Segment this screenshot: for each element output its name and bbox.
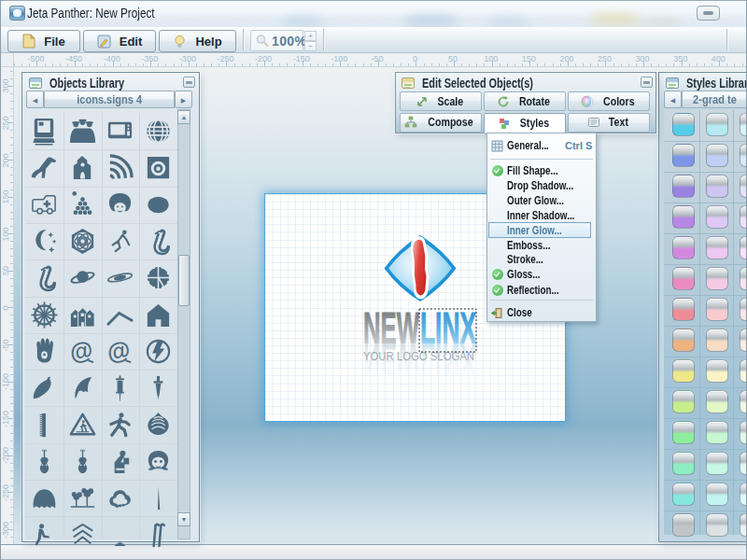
svg-text:YOUR LOGO SLOGAN: YOUR LOGO SLOGAN [363,350,474,363]
svg-text:NEW: NEW [363,303,419,353]
svg-text:LINX: LINX [420,303,476,353]
